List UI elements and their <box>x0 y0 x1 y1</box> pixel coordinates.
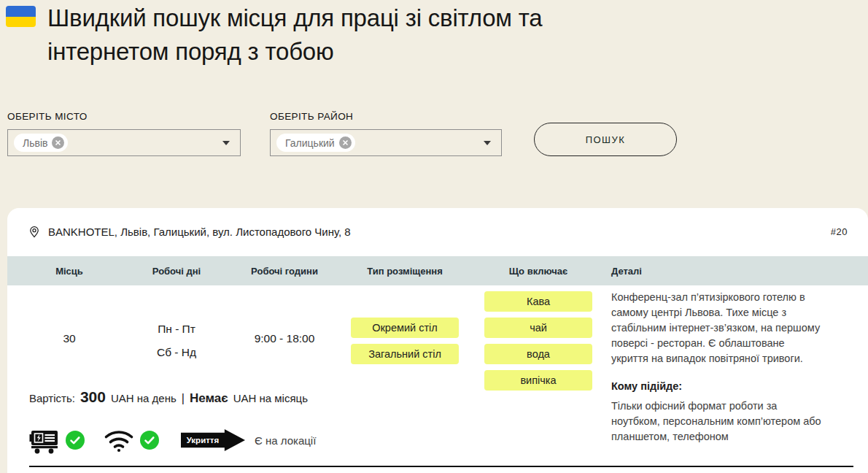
price-line: Вартість: 300 UAH на день | Немає UAH на… <box>29 388 308 406</box>
price-month-unit: UAH на місяць <box>233 392 308 404</box>
workdays-weekdays: Пн - Пт <box>157 318 196 341</box>
details-description: Конференц-зал п’ятизіркового готелю в са… <box>611 290 824 366</box>
seats-value: 30 <box>63 332 75 345</box>
suitable-text: Тільки офісний формат роботи за ноутбком… <box>611 399 824 445</box>
city-select[interactable]: Львів <box>7 129 241 156</box>
district-selected-chip: Галицький <box>276 134 355 152</box>
wifi-available-check-icon <box>140 431 159 450</box>
price-per-day: 300 <box>80 388 106 406</box>
district-select-label: ОБЕРІТЬ РАЙОН <box>270 111 353 122</box>
listing-id: #20 <box>831 226 848 237</box>
city-selected-chip: Львів <box>14 134 68 152</box>
column-header-details: Деталі <box>611 266 642 277</box>
page: Швидкий пошук місця для праці зі світлом… <box>0 0 868 473</box>
includes-chips: Кава чай вода випічка <box>484 291 592 391</box>
include-chip: чай <box>484 318 592 338</box>
shelter-label: Укриття <box>181 429 225 451</box>
search-button[interactable]: ПОШУК <box>534 123 677 156</box>
district-select[interactable]: Галицький <box>270 129 502 156</box>
placement-chip: Окремий стіл <box>351 318 459 338</box>
column-header-workdays: Робочі дні <box>152 266 201 277</box>
workdays-weekend: Сб - Нд <box>157 341 196 364</box>
shelter-arrow-icon: Укриття <box>181 429 245 451</box>
placement-chip: Загальний стіл <box>351 344 459 364</box>
include-chip: випічка <box>484 370 592 391</box>
details-cell: Конференц-зал п’ятизіркового готелю в са… <box>611 290 824 445</box>
workdays-value: Пн - Пт Сб - Нд <box>157 318 196 364</box>
column-header-placement: Тип розміщення <box>367 266 442 277</box>
placement-type-chips: Окремий стіл Загальний стіл <box>351 318 459 364</box>
shelter-status: Є на локації <box>255 434 316 447</box>
ukraine-flag-icon <box>6 6 36 27</box>
page-title-line-1: Швидкий пошук місця для праці зі світлом… <box>47 4 542 31</box>
page-title-line-2: інтернетом поряд з тобою <box>47 38 334 65</box>
remove-city-icon[interactable] <box>52 136 64 149</box>
section-divider <box>29 466 853 467</box>
price-separator: | <box>182 392 185 405</box>
amenities-row: Укриття Є на локації <box>29 424 316 456</box>
city-chip-label: Львів <box>23 137 47 149</box>
listing-card: BANKHOTEL, Львів, Галицький, вул. Листоп… <box>7 208 868 473</box>
generator-icon <box>29 426 60 454</box>
listing-header: BANKHOTEL, Львів, Галицький, вул. Листоп… <box>28 221 848 242</box>
district-chip-label: Галицький <box>285 137 335 149</box>
remove-district-icon[interactable] <box>339 136 352 149</box>
column-header-includes: Що включає <box>509 266 567 277</box>
city-select-label: ОБЕРІТЬ МІСТО <box>7 111 88 122</box>
wifi-icon <box>104 428 134 453</box>
column-header-seats: Місць <box>55 266 83 277</box>
price-label: Вартість: <box>29 392 75 404</box>
column-header-workhours: Робочі години <box>251 266 318 277</box>
page-title: Швидкий пошук місця для праці зі світлом… <box>47 1 667 69</box>
generator-available-check-icon <box>66 431 85 450</box>
location-pin-icon <box>28 225 41 239</box>
chevron-down-icon[interactable] <box>484 141 491 145</box>
price-per-month: Немає <box>190 391 228 406</box>
suitable-title: Кому підійде: <box>611 379 824 394</box>
price-day-unit: UAH на день <box>111 392 177 404</box>
chevron-down-icon[interactable] <box>222 141 230 145</box>
workhours-value: 9:00 - 18:00 <box>255 332 315 345</box>
listing-address: BANKHOTEL, Львів, Галицький, вул. Листоп… <box>48 226 351 238</box>
table-header-row: Місць Робочі дні Робочі години Тип розмі… <box>7 256 868 285</box>
include-chip: вода <box>484 344 592 364</box>
include-chip: Кава <box>484 291 592 312</box>
